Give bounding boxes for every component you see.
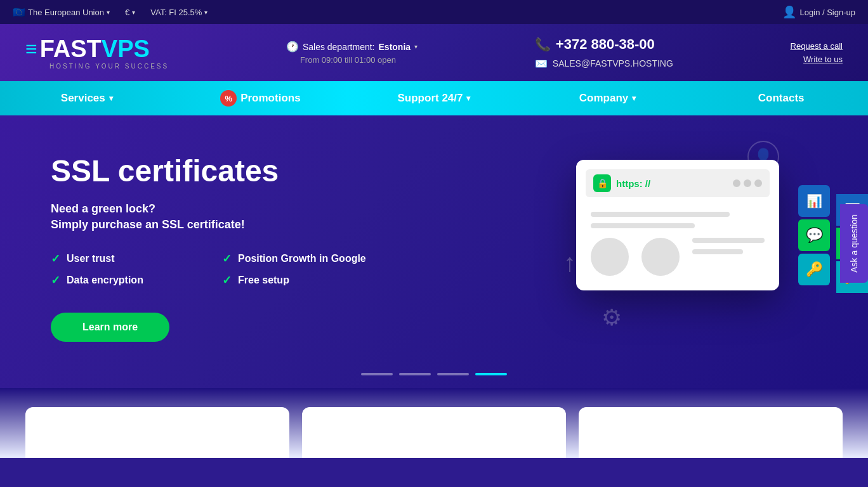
phone-text: +372 880-38-00 — [556, 36, 655, 53]
phone-icon: 📞 — [535, 37, 551, 52]
card-2 — [302, 407, 566, 458]
login-label: Login / Sign-up — [800, 8, 855, 17]
learn-more-button[interactable]: Learn more — [51, 313, 169, 342]
feature-user-trust: ✓ User trust — [51, 252, 197, 266]
topbar: 🇪🇺 The European Union ▾ € ▾ VAT: FI 25.5… — [0, 0, 868, 24]
logo[interactable]: ≡ FASTVPS HOSTING YOUR SUCCESS — [25, 36, 169, 70]
services-label: Services — [61, 92, 105, 105]
eu-flag-icon: 🇪🇺 — [13, 6, 25, 18]
hero-features: ✓ User trust ✓ Position Growth in Google… — [51, 252, 368, 287]
logo-fast-text: FAST — [40, 36, 102, 63]
promotions-label: Promotions — [240, 92, 300, 105]
chart-widget-btn[interactable]: 📊 — [798, 185, 830, 217]
contacts-label: Contacts — [758, 92, 805, 105]
nav-services[interactable]: Services ▾ — [0, 81, 174, 115]
company-dropdown-icon: ▾ — [632, 94, 636, 103]
ssl-illustration: 👤 ↑ ⚙ 🔒 https: // — [551, 134, 792, 356]
gear-icon: ⚙ — [602, 304, 622, 331]
card-3 — [579, 407, 843, 458]
content-line-1 — [591, 212, 730, 217]
check-icon-1: ✓ — [51, 252, 60, 266]
login-area[interactable]: 👤 Login / Sign-up — [782, 5, 855, 19]
sales-country: Estonia — [379, 42, 411, 52]
logo-wings-icon: ≡ — [25, 37, 37, 61]
account-icon: 👤 — [782, 5, 796, 19]
ask-question-button[interactable]: Ask a question — [840, 204, 868, 283]
request-call-link[interactable]: Request a call — [791, 41, 843, 51]
email-text: SALES@FASTVPS.HOSTING — [553, 58, 673, 68]
support-dropdown-icon: ▾ — [466, 94, 470, 103]
slider-dot-4[interactable] — [475, 373, 507, 375]
header: ≡ FASTVPS HOSTING YOUR SUCCESS 🕐 Sales d… — [0, 24, 868, 81]
slider-dot-1[interactable] — [361, 373, 393, 375]
region-label: The European Union — [28, 8, 104, 17]
feature-2-text: Position Growth in Google — [238, 253, 366, 264]
content-avatar-1 — [591, 238, 629, 276]
sales-info: 🕐 Sales department: Estonia ▾ From 09:00… — [286, 41, 418, 65]
region-selector[interactable]: 🇪🇺 The European Union ▾ — [13, 6, 110, 18]
browser-address-bar: 🔒 https: // — [586, 169, 770, 197]
content-avatar-2 — [641, 238, 680, 276]
check-icon-3: ✓ — [51, 273, 60, 287]
ask-question-sidebar: 📊 💬 🔑 Ask a question — [836, 194, 868, 293]
feature-position-growth: ✓ Position Growth in Google — [222, 252, 368, 266]
feature-4-text: Free setup — [238, 275, 289, 286]
dot-3 — [754, 179, 762, 187]
hero-subtitle-line2: Simply purchase an SSL certificate! — [51, 217, 368, 233]
hero-section: SSL certificates Need a green lock? Simp… — [0, 115, 868, 388]
country-dropdown-icon[interactable]: ▾ — [414, 43, 418, 50]
header-links: Request a call Write to us — [791, 41, 843, 64]
vat-dropdown-icon: ▾ — [204, 9, 207, 16]
check-icon-2: ✓ — [222, 252, 232, 266]
chat-widget-btn[interactable]: 💬 — [798, 219, 830, 251]
ssl-lock-icon: 🔒 — [593, 174, 611, 192]
write-us-link[interactable]: Write to us — [803, 55, 843, 64]
browser-content — [586, 207, 770, 281]
contact-info: 📞 +372 880-38-00 ✉️ SALES@FASTVPS.HOSTIN… — [535, 36, 673, 70]
check-icon-4: ✓ — [222, 273, 232, 287]
hero-subtitle-line1: Need a green lock? — [51, 201, 368, 217]
hero-title: SSL certificates — [51, 153, 368, 188]
clock-icon: 🕐 — [286, 41, 299, 53]
content-media — [591, 238, 765, 276]
slider-dot-2[interactable] — [399, 373, 431, 375]
services-dropdown-icon: ▾ — [109, 94, 113, 103]
floating-widgets: 📊 💬 🔑 — [798, 185, 830, 285]
currency-label: € — [125, 8, 129, 17]
sales-hours: From 09:00 till 01:00 open — [286, 55, 396, 65]
nav-contacts[interactable]: Contacts — [694, 81, 868, 115]
hero-subtitle: Need a green lock? Simply purchase an SS… — [51, 201, 368, 233]
logo-tagline: HOSTING YOUR SUCCESS — [49, 63, 169, 70]
sales-department: 🕐 Sales department: Estonia ▾ — [286, 41, 418, 53]
browser-window: 🔒 https: // — [576, 160, 779, 290]
region-dropdown-icon: ▾ — [107, 9, 110, 16]
nav-company[interactable]: Company ▾ — [521, 81, 695, 115]
content-line-2 — [591, 223, 695, 228]
dot-1 — [733, 179, 740, 187]
dot-2 — [744, 179, 751, 187]
company-label: Company — [579, 92, 628, 105]
vat-selector[interactable]: VAT: FI 25.5% ▾ — [150, 8, 207, 17]
browser-action-dots — [733, 179, 762, 187]
key-widget-btn[interactable]: 🔑 — [798, 254, 830, 285]
sales-label: Sales department: — [303, 42, 375, 52]
content-line-3 — [692, 238, 765, 243]
email-address: ✉️ SALES@FASTVPS.HOSTING — [535, 58, 673, 70]
feature-free-setup: ✓ Free setup — [222, 273, 368, 287]
phone-number: 📞 +372 880-38-00 — [535, 36, 673, 53]
content-line-4 — [692, 249, 743, 254]
vat-label: VAT: FI 25.5% — [150, 8, 202, 17]
currency-selector[interactable]: € ▾ — [125, 8, 135, 17]
logo-vps-text: VPS — [102, 36, 150, 63]
bottom-cards-area — [0, 388, 868, 458]
topbar-left: 🇪🇺 The European Union ▾ € ▾ VAT: FI 25.5… — [13, 6, 207, 18]
logo-wordmark: ≡ FASTVPS — [25, 36, 150, 63]
hero-content: SSL certificates Need a green lock? Simp… — [51, 153, 368, 342]
slider-dots — [361, 373, 507, 375]
slider-dot-3[interactable] — [437, 373, 469, 375]
nav-promotions[interactable]: % Promotions — [174, 81, 348, 115]
nav-support[interactable]: Support 24/7 ▾ — [347, 81, 521, 115]
feature-data-encryption: ✓ Data encryption — [51, 273, 197, 287]
https-text: https: // — [616, 178, 650, 189]
currency-dropdown-icon: ▾ — [132, 9, 135, 16]
